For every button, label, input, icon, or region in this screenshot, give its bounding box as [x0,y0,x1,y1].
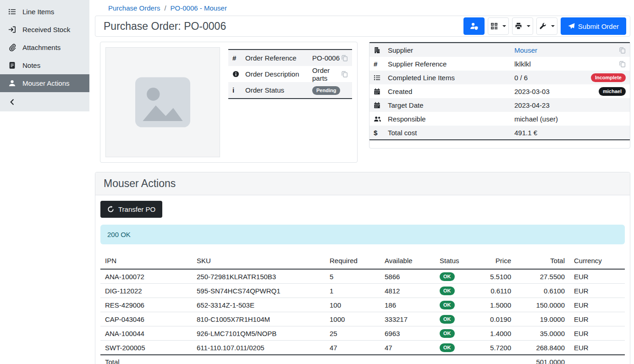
print-actions-button[interactable] [512,17,533,35]
cell-total: 27.5500 [516,269,569,284]
paper-plane-icon [568,23,575,30]
calendar-icon [374,88,388,95]
cell-ipn: ANA-100072 [100,269,192,284]
detail-row-created: Created 2023-03-03 michael [369,84,630,98]
hash-icon: # [232,54,245,62]
sidebar-item-received-stock[interactable]: Received Stock [0,21,89,39]
copy-icon[interactable] [341,71,348,77]
detail-row-order-status: i Order Status Pending [228,82,352,98]
sidebar-item-line-items[interactable]: Line Items [0,3,89,21]
sidebar-item-notes[interactable]: Notes [0,56,89,74]
cell-ipn: RES-429006 [100,298,192,312]
cell-total: 268.8400 [516,341,569,355]
order-image-placeholder[interactable] [105,47,220,157]
user-badge: michael [599,87,626,96]
cell-currency: EUR [569,269,625,284]
app-window: Line Items Received Stock Attachments No… [0,0,634,364]
column-header-required: Required [325,254,380,269]
panel-header: Mouser Actions [95,172,630,195]
sidebar-item-label: Line Items [22,8,54,16]
page-title: Purchase Order: PO-0006 [104,20,226,33]
chevron-down-icon [551,25,555,27]
column-header-available: Available [380,254,435,269]
panel-body: Transfer PO 200 OK IPN SKU Required Avai… [95,195,630,364]
sidebar-item-label: Attachments [22,44,61,51]
footer-total: 501.0000 [516,355,569,364]
cell-ipn: CAP-043046 [100,312,192,326]
transfer-po-button[interactable]: Transfer PO [100,201,162,218]
transfer-po-label: Transfer PO [118,205,155,213]
cell-price: 0.6110 [477,284,516,298]
cell-currency: EUR [569,298,625,312]
table-row: ANA-100072 250-72981KLRATR150B3 5 5866 O… [100,269,625,284]
cell-required: 5 [325,269,380,284]
cell-available: 47 [380,341,435,355]
building-icon [374,47,388,54]
table-row: ANA-100044 926-LMC7101QM5/NOPB 25 6963 O… [100,326,625,341]
cell-price: 0.0190 [477,312,516,326]
cell-total: 150.0000 [516,298,569,312]
table-row: CAP-043046 810-C1005X7R1H104M 1000 33321… [100,312,625,326]
column-header-sku: SKU [192,254,325,269]
cell-currency: EUR [569,341,625,355]
order-detail-table: # Order Reference PO-0006 Order Descript… [228,49,352,99]
cell-sku: 652-3314Z-1-503E [192,298,325,312]
dollar-icon: $ [374,129,388,137]
list-check-icon [374,74,388,81]
cell-available: 186 [380,298,435,312]
cell-total: 35.0000 [516,326,569,341]
calendar-icon [374,102,388,109]
status-ok-badge: OK [440,301,455,309]
cell-price: 5.5100 [477,269,516,284]
cell-ipn: SWT-200005 [100,341,192,355]
copy-icon[interactable] [619,47,626,54]
breadcrumb-link-current-order[interactable]: PO-0006 - Mouser [171,4,227,12]
copy-icon[interactable] [619,61,626,67]
user-shield-icon [470,22,478,30]
info-circle-icon [232,71,245,77]
image-icon [132,75,193,130]
incomplete-badge: Incomplete [591,73,626,82]
cell-sku: 595-SN74HCS74QPWRQ1 [192,284,325,298]
status-ok-badge: OK [440,272,455,281]
column-header-status: Status [435,254,477,269]
cell-price: 1.4000 [477,326,516,341]
sidebar-collapse-button[interactable] [0,92,89,111]
cell-sku: 250-72981KLRATR150B3 [192,269,325,284]
copy-icon[interactable] [341,55,348,61]
sidebar-item-attachments[interactable]: Attachments [0,39,89,56]
barcode-actions-button[interactable] [488,17,509,35]
order-actions-button[interactable] [536,17,557,35]
sidebar-item-mouser-actions[interactable]: Mouser Actions [0,74,89,92]
cell-total: 0.6100 [516,284,569,298]
cell-sku: 611-110.107.011/0205 [192,341,325,355]
hash-icon: # [374,60,388,68]
paperclip-icon [7,44,17,51]
cell-ipn: ANA-100044 [100,326,192,341]
footer-label: Total [100,355,516,364]
page-header: Purchase Order: PO-0006 [95,16,630,37]
users-icon [374,116,388,122]
detail-row-total-cost: $ Total cost 491.1 € [369,126,630,139]
cell-sku: 810-C1005X7R1H104M [192,312,325,326]
cell-required: 1 [325,284,380,298]
chevron-down-icon [502,25,506,27]
supplier-link[interactable]: Mouser [514,46,537,54]
supplier-detail-table: Supplier Mouser # Supplier Reference lkl… [369,42,630,140]
cell-ipn: DIG-112022 [100,284,192,298]
sidebar-item-label: Notes [22,61,40,69]
breadcrumb-link-purchase-orders[interactable]: Purchase Orders [108,4,160,12]
cell-price: 1.5000 [477,298,516,312]
issue-order-button[interactable] [463,17,485,35]
sign-in-icon [7,26,17,33]
submit-order-button[interactable]: Submit Order [561,17,626,35]
clipboard-icon [7,61,17,69]
panel-title: Mouser Actions [104,177,622,190]
table-row: DIG-112022 595-SN74HCS74QPWRQ1 1 4812 OK… [100,284,625,298]
detail-row-target-date: Target Date 2023-04-23 [369,98,630,112]
table-row: SWT-200005 611-110.107.011/0205 47 47 OK… [100,341,625,355]
cell-total: 19.0000 [516,312,569,326]
printer-icon [515,22,522,30]
refresh-icon [107,206,114,213]
list-icon [7,8,17,16]
